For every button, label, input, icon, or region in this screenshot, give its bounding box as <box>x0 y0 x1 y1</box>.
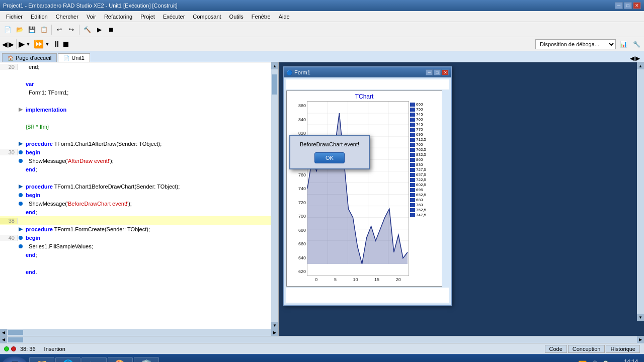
menu-voir[interactable]: Voir <box>83 13 100 21</box>
vscroll-down[interactable]: ▼ <box>271 322 278 329</box>
menu-fenetre[interactable]: Fenêtre <box>248 13 275 21</box>
status-tab-historique[interactable]: Historique <box>606 345 640 353</box>
bhscroll-left[interactable]: ◀ <box>0 336 7 343</box>
pause-icon[interactable]: ⏸ <box>53 40 61 49</box>
hscroll-thumb[interactable] <box>8 330 23 335</box>
minimize-button[interactable]: ─ <box>615 2 623 9</box>
bhscroll-right[interactable]: ▶ <box>637 336 644 343</box>
bhscroll-thumb[interactable] <box>8 337 23 342</box>
clock-time: 14:14 <box>624 358 638 362</box>
rvscroll-down[interactable]: ▼ <box>637 314 644 321</box>
rvscroll-track[interactable] <box>637 69 644 314</box>
legend-item: 745 <box>410 112 441 117</box>
system-tray: FR 📶 🔊 🔋 14:14 14/03/2012 <box>561 358 642 362</box>
taskbar-explorer[interactable]: 📁 <box>29 357 54 363</box>
taskbar-ie[interactable]: 🌐 <box>55 357 80 363</box>
file-icon: 📄 <box>63 55 69 61</box>
stop-icon[interactable]: ⏹ <box>62 40 70 49</box>
form1-content: TChart 860 840 820 800 780 760 740 720 <box>284 77 451 305</box>
vscroll-track[interactable] <box>271 69 278 322</box>
toolbar-build[interactable]: 🔨 <box>82 24 93 35</box>
menu-outils[interactable]: Outils <box>225 13 248 21</box>
menu-refactoring[interactable]: Refactoring <box>100 13 136 21</box>
tchart-yaxis: 860 840 820 800 780 760 740 720 700 680 … <box>287 101 307 276</box>
code-editor-panel: 20 end; var Form1: TForm <box>0 62 279 336</box>
status-red-dot <box>11 346 16 351</box>
toolbar-open[interactable]: 📂 <box>14 24 25 35</box>
tray-network[interactable]: 📶 <box>578 360 587 363</box>
status-tab-code[interactable]: Code <box>545 345 567 353</box>
form1-maximize[interactable]: □ <box>434 69 441 75</box>
taskbar-media[interactable]: ▶ <box>82 357 107 363</box>
legend-item: 652,5 <box>410 193 441 197</box>
hscroll-right[interactable]: ▶ <box>271 329 278 336</box>
status-tab-conception[interactable]: Conception <box>568 345 605 353</box>
menu-executer[interactable]: Exécuter <box>159 13 189 21</box>
tray-speaker[interactable]: 🔊 <box>590 360 598 363</box>
tab-accueil[interactable]: 🏠 Page d'accueil <box>2 53 57 62</box>
clock-area: 14:14 14/03/2012 <box>613 358 638 362</box>
run-btn[interactable]: ▶ <box>19 39 25 49</box>
tab-next-btn[interactable]: ▶ <box>635 55 640 62</box>
status-position: 38: 36 <box>20 346 36 352</box>
menu-aide[interactable]: Aide <box>275 13 294 21</box>
menu-fichier[interactable]: Fichier <box>2 13 27 21</box>
toolbar-save[interactable]: 💾 <box>26 24 37 35</box>
code-line-proc2: ▶ procedure TForm1.Chart1BeforeDrawChart… <box>0 182 271 191</box>
tab-prev-btn[interactable]: ◀ <box>630 55 634 62</box>
right-panel: 🔵 Form1 ─ □ ✕ TChart <box>279 62 644 336</box>
hscrollbar: ◀ ▶ <box>0 329 278 336</box>
code-line-fill: Series1.FillSampleValues; <box>0 242 271 250</box>
code-scroll-area[interactable]: 20 end; var Form1: TForm <box>0 62 271 329</box>
toolbar-undo[interactable]: ↩ <box>54 24 65 35</box>
hscroll-track[interactable] <box>7 329 271 336</box>
nav-fwd[interactable]: ▶ <box>9 40 14 48</box>
code-line-blank1 <box>0 71 271 79</box>
form1-titlebar: 🔵 Form1 ─ □ ✕ <box>284 67 451 77</box>
status-mode: Insertion <box>44 346 65 352</box>
nav-back[interactable]: ◀ <box>2 40 8 48</box>
legend-item: 750 <box>410 107 441 112</box>
debug-btn2[interactable]: 🔧 <box>631 39 642 50</box>
taskbar-antivirus[interactable]: 🛡️ <box>134 357 159 363</box>
toolbar-stop[interactable]: ⏹ <box>106 24 117 35</box>
code-line-blank3 <box>0 114 271 122</box>
legend-item: 680 <box>410 198 441 202</box>
menu-chercher[interactable]: Chercher <box>52 13 83 21</box>
tray-battery[interactable]: 🔋 <box>601 360 610 363</box>
debug-btn1[interactable]: 📊 <box>618 39 629 50</box>
vscroll-up[interactable]: ▲ <box>271 62 278 69</box>
toolbar-run[interactable]: ▶ <box>94 24 105 35</box>
menu-edition[interactable]: Edition <box>27 13 52 21</box>
toolbar-saveall[interactable]: 📋 <box>38 24 49 35</box>
taskbar-items: 📁 🌐 ▶ 🎨 🛡️ <box>29 357 561 363</box>
code-line-end2: end; <box>0 208 271 216</box>
tchart-legend: 660 750 745 760 745 770 695 712,5 760 76… <box>409 101 442 276</box>
form1-close[interactable]: ✕ <box>442 69 449 75</box>
tab-unit1[interactable]: 📄 Unit1 <box>58 53 90 62</box>
toolbar: 📄 📂 💾 📋 ↩ ↪ 🔨 ▶ ⏹ <box>0 22 644 37</box>
tab-bar: 🏠 Page d'accueil 📄 Unit1 ◀ ▶ <box>0 51 644 62</box>
dialog-ok-button[interactable]: OK <box>314 152 345 163</box>
menu-composant[interactable]: Composant <box>189 13 225 21</box>
taskbar-paint[interactable]: 🎨 <box>108 357 133 363</box>
hscroll-left[interactable]: ◀ <box>0 329 7 336</box>
close-button[interactable]: ✕ <box>633 2 641 9</box>
debug-profile-dropdown[interactable]: Disposition de déboga... <box>535 39 616 49</box>
tchart-xaxis: 0 5 10 15 20 <box>307 276 409 286</box>
maximize-button[interactable]: □ <box>624 2 632 9</box>
pause-btn[interactable]: ⏩ <box>34 39 44 49</box>
form1-minimize[interactable]: ─ <box>426 69 433 75</box>
run-dropdown-arrow[interactable]: ▼ <box>26 41 31 47</box>
rvscroll-up[interactable]: ▲ <box>637 62 644 69</box>
step-dropdown-arrow[interactable]: ▼ <box>45 41 50 47</box>
toolbar-redo[interactable]: ↪ <box>66 24 77 35</box>
dialog-message: BeforeDrawChart event! <box>295 141 364 147</box>
tab-accueil-label: Page d'accueil <box>16 55 51 61</box>
toolbar-new[interactable]: 📄 <box>2 24 13 35</box>
code-line-30: 30 begin <box>0 148 271 156</box>
menu-projet[interactable]: Projet <box>136 13 159 21</box>
vscroll-thumb[interactable] <box>272 74 277 95</box>
code-line-showmsg2: ShowMessage('BeforeDrawChart event!'); <box>0 199 271 208</box>
start-button[interactable]: ⊞ <box>2 356 27 363</box>
